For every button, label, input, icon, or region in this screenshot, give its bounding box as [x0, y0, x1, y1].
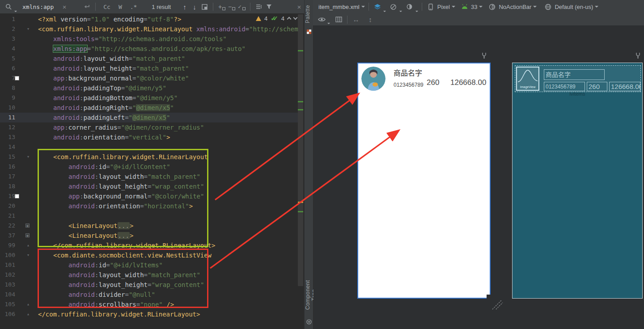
change-mark[interactable] — [298, 50, 303, 51]
locale-selector[interactable]: Default (en-us) — [555, 4, 593, 10]
code-line-11[interactable]: 11android:paddingLeft="@dimen/x5" — [0, 113, 298, 122]
code-line-9[interactable]: 9android:paddingBottom="@dimen/y5" — [0, 93, 298, 103]
change-mark[interactable] — [298, 211, 303, 212]
color-swatch-icon[interactable] — [15, 194, 19, 198]
warning-icon — [256, 16, 261, 21]
blueprint-item-row: ImageView 商品名字 0123456789 260 126668.00 — [515, 65, 641, 92]
search-input[interactable]: xmlns:app — [22, 4, 54, 10]
design-mode-icon[interactable] — [373, 2, 382, 12]
search-lines-icon[interactable] — [254, 2, 264, 12]
select-occurrences-icon[interactable]: ✓ — [237, 2, 246, 12]
line-number: 10 — [0, 103, 15, 113]
code-line-1[interactable]: 1<?xml version="1.0" encoding="utf-8"?> — [0, 14, 298, 24]
fold-expand-icon[interactable]: + — [25, 233, 30, 237]
results-count: 1 result — [152, 4, 171, 10]
code-text: app:background_normal="@color/white" — [53, 73, 189, 83]
chevron-down-icon — [595, 6, 598, 8]
editor-scrollbar[interactable] — [298, 14, 303, 286]
previous-issue-icon[interactable] — [287, 17, 291, 21]
whole-words-toggle[interactable]: W — [119, 4, 122, 10]
code-line-4[interactable]: 4xmlns:app="http://schemas.android.com/a… — [0, 44, 298, 54]
code-text: </com.ruffian.library.widget.RLinearLayo… — [38, 309, 200, 319]
change-mark[interactable] — [298, 109, 303, 110]
line-number: 106 — [0, 309, 15, 319]
line-number: 102 — [0, 270, 15, 280]
remove-occurrence-icon[interactable]: − — [227, 2, 237, 12]
match-case-toggle[interactable]: Cc — [103, 4, 110, 10]
resize-corner[interactable] — [487, 295, 491, 299]
search-history-caret-icon[interactable] — [14, 11, 17, 12]
preview-quantity: 260 — [427, 78, 439, 87]
theme-selector[interactable]: NoActionBar — [499, 4, 531, 10]
close-find-bar-icon[interactable]: × — [294, 2, 304, 12]
line-number: 2 — [0, 24, 15, 34]
blueprint-imageview: ImageView — [516, 67, 539, 91]
wrench-icon[interactable] — [481, 52, 487, 61]
device-icon — [426, 2, 436, 12]
open-results-icon[interactable] — [199, 2, 209, 12]
code-line-13[interactable]: 13android:orientation="vertical"> — [0, 132, 298, 142]
previous-occurrence-icon[interactable]: ↑ — [180, 2, 190, 12]
device-selector[interactable]: Pixel — [437, 4, 450, 10]
blueprint-code-box: 0123456789 — [544, 82, 585, 91]
search-icon[interactable] — [4, 2, 13, 12]
code-text: android:paddingLeft="@dimen/x5" — [53, 113, 170, 122]
view-options-eye-icon[interactable] — [317, 15, 326, 25]
preview-product-code: 0123456789 — [394, 82, 424, 88]
blueprint-preview-card[interactable]: ImageView 商品名字 0123456789 260 126668.00 … — [512, 63, 643, 299]
code-line-2[interactable]: 2▾<com.ruffian.library.widget.RLinearLay… — [0, 24, 298, 34]
code-text: android:orientation="vertical"> — [53, 132, 170, 142]
layout-columns-icon[interactable] — [334, 15, 343, 25]
next-issue-icon[interactable] — [293, 16, 297, 20]
fold-end-icon[interactable]: ▴ — [25, 240, 31, 250]
clear-search-icon[interactable]: × — [59, 2, 69, 12]
design-preview-card[interactable]: 商品名字 0123456789 260 126668.00 — [357, 63, 491, 299]
code-line-3[interactable]: 3xmlns:tools="http://schemas.android.com… — [0, 34, 298, 44]
code-text: xmlns:app="http://schemas.android.com/ap… — [53, 44, 246, 54]
tab-palette[interactable]: Palette — [305, 3, 314, 26]
line-number: 37 — [0, 231, 15, 240]
code-line-12[interactable]: 12app:corner_radius="@dimen/corner_radiu… — [0, 122, 298, 132]
code-line-6[interactable]: 6android:layout_height="match_parent" — [0, 63, 298, 73]
fold-end-icon[interactable]: ▴ — [25, 299, 31, 309]
code-line-5[interactable]: 5android:layout_width="match_parent" — [0, 54, 298, 63]
code-text: app:corner_radius="@dimen/corner_radius" — [53, 122, 204, 132]
line-number: 15 — [0, 152, 15, 162]
fold-end-icon[interactable]: ▴ — [25, 309, 31, 319]
code-line-8[interactable]: 8android:paddingTop="@dimen/y5" — [0, 83, 298, 93]
change-mark[interactable] — [298, 101, 303, 102]
color-swatch-icon[interactable] — [15, 76, 19, 80]
fold-expand-icon[interactable]: + — [25, 224, 30, 228]
warning-mark[interactable] — [298, 202, 303, 203]
fold-open-icon[interactable]: ▾ — [25, 250, 31, 260]
api-level-selector[interactable]: 33 — [471, 4, 477, 10]
theme-color-icon[interactable] — [405, 2, 415, 12]
locale-globe-icon — [543, 2, 553, 12]
line-number: 105 — [0, 299, 15, 309]
line-number: 100 — [0, 250, 15, 260]
code-line-106[interactable]: 106▴</com.ruffian.library.widget.RLinear… — [0, 309, 298, 319]
regex-toggle[interactable]: .* — [130, 4, 137, 10]
inspection-widget[interactable]: 4 ✓✓ 4 — [256, 15, 297, 22]
blueprint-listview-label: lvItems — [513, 91, 642, 97]
fold-open-icon[interactable]: ▾ — [25, 24, 31, 34]
resize-vertical-icon[interactable]: ↕ — [365, 15, 375, 25]
fold-open-icon[interactable]: ▾ — [25, 152, 31, 162]
line-number: 22 — [0, 221, 15, 231]
blueprint-title-box: 商品名字 — [544, 69, 605, 80]
night-mode-icon[interactable] — [389, 2, 398, 12]
code-text: xmlns:tools="http://schemas.android.com/… — [53, 34, 227, 44]
tab-component-tree[interactable]: Component Tree — [305, 274, 314, 316]
add-occurrence-icon[interactable]: + — [217, 2, 227, 12]
code-line-10[interactable]: 10android:paddingRight="@dimen/x5" — [0, 103, 298, 113]
line-number: 99 — [0, 240, 15, 250]
line-number: 6 — [0, 63, 15, 73]
newline-icon[interactable] — [82, 2, 92, 12]
layout-file-selector[interactable]: item_mmbe.xml — [318, 4, 360, 10]
filter-icon[interactable] — [264, 2, 274, 12]
next-occurrence-icon[interactable]: ↓ — [190, 2, 199, 12]
wrench-icon[interactable] — [635, 52, 641, 61]
line-number: 5 — [0, 54, 15, 63]
code-line-7[interactable]: 7app:background_normal="@color/white" — [0, 73, 298, 83]
resize-horizontal-icon[interactable]: ↔ — [351, 15, 361, 25]
